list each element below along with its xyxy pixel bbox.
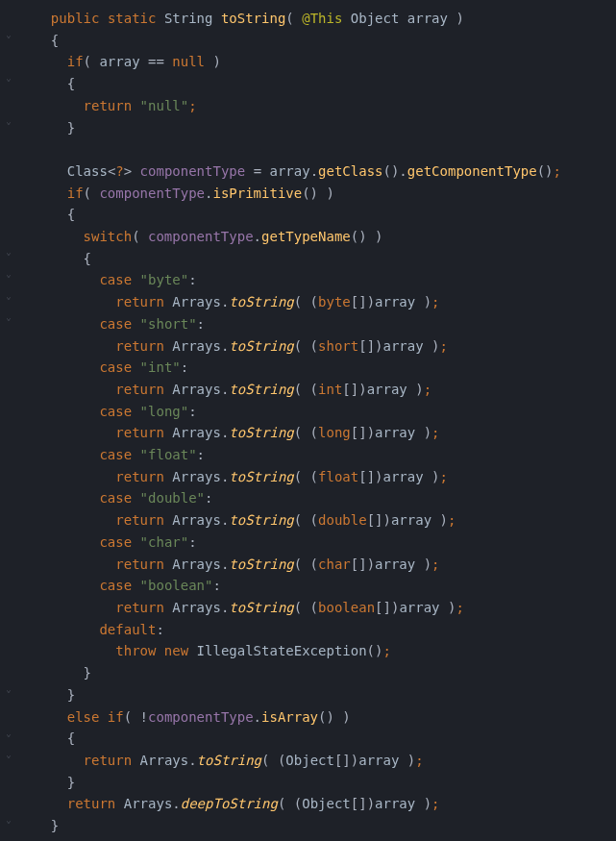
code-token: Arrays — [172, 294, 221, 309]
code-line[interactable]: case "long": — [35, 401, 561, 423]
code-line[interactable]: { — [35, 204, 561, 226]
code-token: toString — [229, 294, 293, 309]
code-token: case — [99, 272, 139, 287]
fold-icon[interactable]: ⌄ — [4, 30, 13, 39]
code-line[interactable]: return Arrays.toString( (byte[])array ); — [35, 291, 561, 313]
code-token: public — [51, 11, 108, 26]
code-line[interactable]: return Arrays.toString( (long[])array ); — [35, 422, 561, 444]
fold-icon[interactable]: ⌄ — [4, 73, 13, 83]
code-token: array — [269, 163, 309, 179]
code-line[interactable]: switch( componentType.getTypeName() ) — [35, 226, 561, 248]
code-token: isArray — [261, 709, 318, 725]
code-token: double — [318, 512, 367, 528]
code-token: toString — [229, 338, 293, 354]
code-token: Arrays — [140, 753, 189, 768]
code-line[interactable]: case "float": — [35, 444, 561, 466]
code-line[interactable]: { — [35, 248, 561, 270]
code-token: : — [188, 272, 196, 287]
code-token: Arrays — [172, 512, 221, 528]
code-token: Arrays — [172, 425, 221, 440]
code-line[interactable] — [35, 138, 561, 161]
fold-icon[interactable]: ⌄ — [4, 684, 13, 694]
code-line[interactable]: return "null"; — [35, 95, 561, 117]
fold-icon[interactable]: ⌄ — [4, 269, 13, 279]
fold-icon[interactable]: ⌄ — [4, 312, 13, 322]
code-line[interactable]: return Arrays.toString( (Object[])array … — [35, 750, 561, 772]
code-token: () ) — [318, 709, 351, 725]
code-token: componentType — [140, 163, 254, 179]
code-line[interactable]: default: — [35, 619, 561, 641]
code-token: []) — [375, 600, 399, 615]
code-token: "boolean" — [140, 578, 213, 593]
code-line[interactable]: return Arrays.toString( (int[])array ); — [35, 379, 561, 401]
code-line[interactable]: { — [35, 728, 561, 750]
code-line[interactable]: public static String toString( @This Obj… — [35, 8, 561, 30]
code-token: (). — [383, 163, 407, 179]
code-token: toString — [229, 512, 293, 528]
code-line[interactable]: } — [35, 684, 561, 706]
code-token: ; — [424, 382, 431, 397]
code-line[interactable]: else if( !componentType.isArray() ) — [35, 706, 561, 729]
code-token: switch — [84, 229, 133, 244]
code-line[interactable]: if( componentType.isPrimitive() ) — [35, 183, 561, 205]
code-token: Arrays — [172, 338, 221, 354]
code-line[interactable]: } — [35, 772, 561, 794]
code-token: : — [197, 447, 205, 462]
code-token: ( ( — [294, 382, 318, 397]
fold-icon[interactable]: ⌄ — [4, 116, 13, 126]
fold-icon[interactable]: ⌄ — [4, 729, 13, 738]
code-token: []) — [367, 512, 391, 528]
code-line[interactable]: return Arrays.toString( (float[])array )… — [35, 466, 561, 488]
code-line[interactable]: case "boolean": — [35, 575, 561, 597]
code-token: []) — [351, 557, 375, 572]
code-token: []) — [351, 425, 375, 440]
code-token: ; — [431, 425, 439, 440]
code-line[interactable]: case "int": — [35, 357, 561, 379]
code-token: ( ( — [261, 753, 285, 768]
code-token: char — [318, 557, 351, 572]
code-line[interactable]: { — [35, 73, 561, 95]
code-line[interactable]: return Arrays.toString( (boolean[])array… — [35, 597, 561, 619]
code-token: if — [67, 186, 84, 201]
code-line[interactable]: case "char": — [35, 532, 561, 554]
code-token: return — [115, 294, 172, 309]
code-token: } — [67, 775, 75, 790]
code-token: array — [383, 469, 432, 484]
code-line[interactable]: case "byte": — [35, 269, 561, 291]
fold-icon[interactable]: ⌄ — [4, 247, 13, 257]
code-line[interactable]: throw new IllegalStateException(); — [35, 640, 561, 662]
code-line[interactable]: return Arrays.toString( (short[])array )… — [35, 335, 561, 358]
code-token: componentType — [99, 186, 205, 201]
code-line[interactable]: case "short": — [35, 313, 561, 335]
code-line[interactable]: { — [35, 30, 561, 52]
code-token: ( ( — [294, 338, 318, 354]
code-token: deepToString — [181, 796, 278, 811]
code-token: } — [67, 687, 75, 703]
code-token: case — [99, 490, 139, 506]
code-token: Arrays — [172, 382, 221, 397]
code-line[interactable]: Class<?> componentType = array.getClass(… — [35, 161, 561, 183]
code-editor-content[interactable]: public static String toString( @This Obj… — [17, 0, 561, 841]
code-token: ( — [84, 186, 100, 201]
code-token: > — [124, 163, 140, 179]
code-token: "char" — [140, 534, 189, 550]
code-line[interactable]: return Arrays.deepToString( (Object[])ar… — [35, 793, 561, 815]
code-token: []) — [334, 753, 358, 768]
code-token: componentType — [148, 709, 254, 725]
code-line[interactable]: return Arrays.toString( (double[])array … — [35, 509, 561, 532]
code-token: toString — [229, 600, 293, 615]
code-token: ( ( — [294, 600, 318, 615]
code-token: array — [383, 338, 432, 354]
code-token: Class — [67, 163, 108, 179]
code-line[interactable]: } — [35, 662, 561, 684]
code-line[interactable]: if( array == null ) — [35, 51, 561, 73]
code-line[interactable]: } — [35, 815, 561, 837]
code-token: ; — [440, 338, 448, 354]
fold-icon[interactable]: ⌄ — [4, 291, 13, 301]
code-line[interactable]: case "double": — [35, 487, 561, 509]
code-token: { — [67, 730, 75, 746]
fold-icon[interactable]: ⌄ — [4, 750, 13, 759]
code-line[interactable]: return Arrays.toString( (char[])array ); — [35, 554, 561, 576]
code-line[interactable]: } — [35, 117, 561, 139]
fold-icon[interactable]: ⌄ — [4, 815, 13, 825]
